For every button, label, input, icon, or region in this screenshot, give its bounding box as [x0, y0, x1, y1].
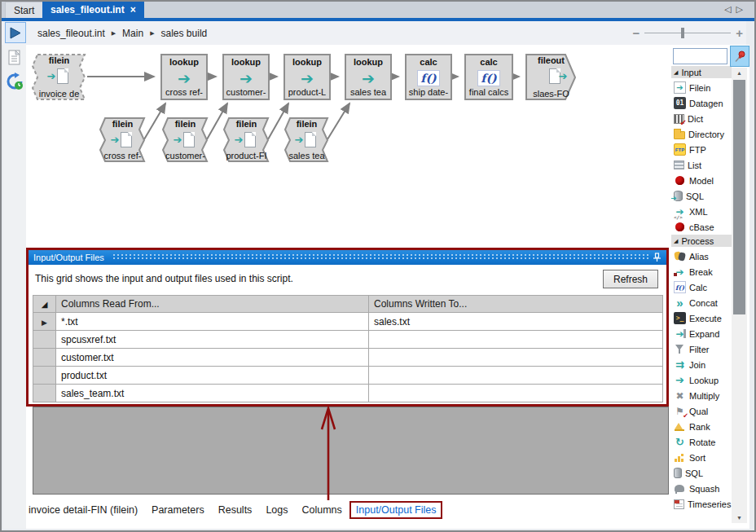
- palette-item-rank[interactable]: Rank: [671, 419, 732, 434]
- zoom-out-icon[interactable]: −: [632, 26, 640, 40]
- node-filein-sales-tea[interactable]: filein➔sales tea: [284, 117, 329, 162]
- palette-item-xml[interactable]: XML: [671, 204, 732, 219]
- tab-sales-fileout[interactable]: sales_fileout.int×: [42, 2, 144, 18]
- palette-item-filter[interactable]: Filter: [671, 341, 732, 357]
- palette-item-sql[interactable]: SQL: [671, 188, 732, 204]
- palette-search-input[interactable]: [673, 48, 727, 64]
- palette-pin-button[interactable]: [730, 46, 749, 67]
- io-panel-titlebar[interactable]: Input/Output Files: [29, 250, 666, 265]
- tab-start[interactable]: Start: [5, 2, 43, 18]
- zoom-in-icon[interactable]: +: [736, 26, 743, 40]
- run-button[interactable]: [5, 22, 26, 43]
- node-lookup-sales-tea[interactable]: lookup➔sales tea: [345, 54, 392, 100]
- row-header-cell[interactable]: [33, 349, 56, 367]
- table-row[interactable]: spcusxref.txt: [33, 331, 663, 349]
- node-filein-invoice-de[interactable]: filein➔invoice de: [32, 54, 86, 100]
- zoom-slider-handle[interactable]: [681, 28, 684, 38]
- panel-pin-icon[interactable]: [653, 253, 662, 264]
- palette-item-filein[interactable]: Filein: [671, 80, 732, 95]
- palette-item-qual[interactable]: Qual: [671, 403, 732, 419]
- breadcrumb-item[interactable]: sales build: [161, 28, 208, 39]
- palette-item-ftp[interactable]: FTP: [671, 142, 732, 157]
- node-fileout-slaes-fo[interactable]: fileout➔slaes-FO: [525, 54, 577, 100]
- node-lookup-customer-[interactable]: lookup➔customer-: [222, 54, 270, 100]
- column-header[interactable]: Columns Read From...: [56, 296, 369, 313]
- select-all-corner-cell[interactable]: ◢: [33, 296, 56, 313]
- palette-section-header-input[interactable]: ◢Input: [671, 66, 732, 78]
- close-icon[interactable]: ×: [130, 4, 136, 15]
- palette-item-calc[interactable]: Calc: [671, 279, 732, 295]
- bottom-tab-input-output-files[interactable]: Input/Output Files: [349, 501, 443, 519]
- script-log-icon[interactable]: [6, 47, 24, 67]
- row-header-cell[interactable]: [33, 385, 56, 402]
- palette-item-lookup[interactable]: Lookup: [671, 372, 732, 388]
- scroll-down-icon[interactable]: ▼: [732, 512, 747, 523]
- scrollbar-thumb[interactable]: [733, 80, 745, 314]
- palette-item-break[interactable]: Break: [671, 264, 732, 279]
- bottom-tab-logs[interactable]: Logs: [266, 504, 288, 516]
- left-toolbar: [3, 45, 26, 529]
- bottom-tab-invoice-detail-fin-filein-[interactable]: invoice detail-FIN (filein): [29, 504, 138, 516]
- palette-item-model[interactable]: Model: [671, 173, 732, 188]
- multiply-icon: [674, 389, 686, 402]
- row-header-cell[interactable]: ▶: [33, 313, 56, 331]
- palette-item-alias[interactable]: Alias: [671, 248, 732, 264]
- breadcrumb-item[interactable]: Main: [122, 28, 143, 39]
- refresh-history-icon[interactable]: [6, 72, 24, 91]
- palette-item-squash[interactable]: Squash: [671, 481, 732, 496]
- flow-canvas[interactable]: filein➔invoice delookup➔cross ref-lookup…: [26, 45, 671, 248]
- zoom-slider[interactable]: − +: [632, 21, 743, 45]
- palette-item-rotate[interactable]: Rotate: [671, 434, 732, 450]
- bottom-tab-parameters[interactable]: Parameters: [152, 504, 204, 516]
- palette-item-join[interactable]: Join: [671, 357, 732, 372]
- table-row[interactable]: sales_team.txt: [33, 385, 663, 402]
- palette-item-sql[interactable]: SQL: [671, 465, 732, 481]
- refresh-button[interactable]: Refresh: [603, 270, 658, 288]
- table-row[interactable]: product.txt: [33, 367, 663, 385]
- palette-item-cbase[interactable]: cBase: [671, 219, 732, 235]
- node-filein-customer-[interactable]: filein➔customer-: [162, 117, 209, 162]
- palette-item-execute[interactable]: Execute: [671, 310, 732, 326]
- bottom-tab-columns[interactable]: Columns: [301, 504, 341, 516]
- node-calc-final-calcs[interactable]: calcf()final calcs: [464, 54, 513, 100]
- palette-scrollbar[interactable]: ▲ ▼: [732, 68, 747, 523]
- node-type-label: lookup: [285, 57, 329, 67]
- directory-icon: [674, 131, 685, 139]
- palette-item-label: Expand: [689, 329, 719, 339]
- palette-item-directory[interactable]: Directory: [671, 126, 732, 142]
- row-header-cell[interactable]: [33, 367, 56, 385]
- palette-item-concat[interactable]: Concat: [671, 295, 732, 310]
- column-header[interactable]: Columns Written To...: [369, 296, 663, 313]
- palette-item-sort[interactable]: Sort: [671, 450, 732, 465]
- palette-item-label: Execute: [689, 314, 722, 323]
- node-lookup-product-l[interactable]: lookup➔product-L: [284, 54, 331, 100]
- node-calc-ship-date-[interactable]: calcf()ship date-: [405, 54, 452, 100]
- palette-item-dict[interactable]: Dict: [671, 111, 732, 126]
- tab-scroll-right-icon[interactable]: ▷: [736, 4, 748, 14]
- palette-item-label: Filein: [689, 83, 710, 93]
- scroll-up-icon[interactable]: ▲: [732, 68, 747, 78]
- node-icon-area: ➔: [162, 130, 209, 150]
- node-filein-cross-ref-[interactable]: filein➔cross ref-: [99, 117, 146, 162]
- palette-section-header-process[interactable]: ◢Process: [671, 235, 732, 247]
- palette-item-multiply[interactable]: Multiply: [671, 388, 732, 403]
- palette-item-label: Break: [689, 267, 713, 277]
- rotate-icon: [674, 436, 686, 448]
- node-filein-product-fi[interactable]: filein➔product-FI: [223, 117, 270, 162]
- node-lookup-cross-ref-[interactable]: lookup➔cross ref-: [160, 54, 208, 100]
- palette-item-expand[interactable]: Expand: [671, 326, 732, 341]
- bottom-tab-results[interactable]: Results: [218, 504, 253, 516]
- palette-item-datagen[interactable]: Datagen: [671, 95, 732, 111]
- row-header-cell[interactable]: [33, 331, 56, 349]
- tab-scroll-left-icon[interactable]: ◁: [724, 4, 736, 14]
- palette-item-list[interactable]: List: [671, 157, 732, 173]
- table-row[interactable]: customer.txt: [33, 349, 663, 367]
- tab-label: sales_fileout.int: [51, 4, 125, 15]
- node-name-label: product-FI: [223, 151, 270, 160]
- palette-item-timeseries[interactable]: Timeseries: [671, 496, 732, 512]
- zoom-slider-track[interactable]: [644, 33, 731, 33]
- table-row[interactable]: ▶*.txtsales.txt: [33, 313, 663, 331]
- node-icon-area: ➔: [346, 68, 390, 88]
- node-type-label: fileout: [525, 55, 577, 65]
- breadcrumb-item[interactable]: sales_fileout.int: [37, 28, 105, 39]
